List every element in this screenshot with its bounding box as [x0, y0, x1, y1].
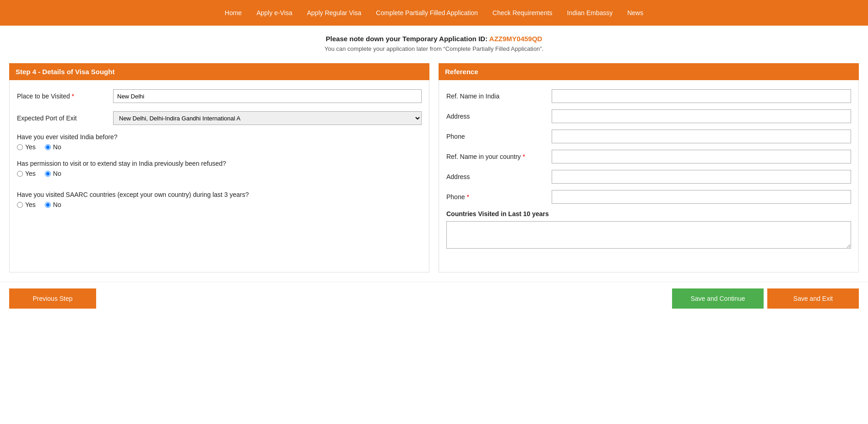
phone2-label: Phone * [446, 193, 547, 201]
countries-visited-textarea[interactable] [446, 221, 851, 249]
ref-name-country-label: Ref. Name in your country * [446, 153, 547, 160]
visited-india-question: Have you ever visited India before? [17, 133, 422, 141]
phone2-input[interactable] [552, 190, 851, 204]
nav-indian-embassy[interactable]: Indian Embassy [567, 9, 613, 16]
permission-yes-label[interactable]: Yes [17, 170, 36, 177]
nav-news[interactable]: News [627, 9, 643, 16]
right-section: Reference Ref. Name in India Address Pho… [439, 63, 859, 272]
address2-row: Address [446, 170, 851, 184]
countries-visited-label: Countries Visited in Last 10 years [446, 210, 851, 217]
place-to-visit-input[interactable] [113, 89, 422, 103]
address2-label: Address [446, 173, 547, 180]
expected-port-select[interactable]: New Delhi, Delhi-Indira Gandhi Internati… [113, 111, 422, 125]
right-buttons: Save and Continue Save and Exit [672, 288, 859, 309]
address1-input[interactable] [552, 109, 851, 123]
visited-india-yes-label[interactable]: Yes [17, 143, 36, 151]
permission-refused-row: Has permission to visit or to extend sta… [17, 160, 422, 177]
application-id: AZZ9MY0459QD [489, 35, 542, 43]
notice-subtitle: You can complete your application later … [5, 45, 863, 52]
expected-port-row: Expected Port of Exit New Delhi, Delhi-I… [17, 111, 422, 125]
visited-india-options: Yes No [17, 143, 422, 151]
notice-line1: Please note down your Temporary Applicat… [326, 35, 489, 43]
visited-india-yes-radio[interactable] [17, 144, 23, 150]
address1-label: Address [446, 113, 547, 120]
permission-yes-radio[interactable] [17, 171, 23, 177]
address2-input[interactable] [552, 170, 851, 184]
phone2-row: Phone * [446, 190, 851, 204]
main-nav: Home Apply e-Visa Apply Regular Visa Com… [0, 0, 868, 26]
save-continue-button[interactable]: Save and Continue [672, 288, 764, 309]
save-exit-button[interactable]: Save and Exit [767, 288, 859, 309]
permission-refused-options: Yes No [17, 170, 422, 177]
permission-refused-question: Has permission to visit or to extend sta… [17, 160, 422, 167]
visited-india-no-radio[interactable] [45, 144, 51, 150]
place-to-visit-label: Place to be Visited * [17, 92, 108, 100]
bottom-bar: Previous Step Save and Continue Save and… [0, 282, 868, 315]
ref-name-country-row: Ref. Name in your country * [446, 150, 851, 163]
main-content: Step 4 - Details of Visa Sought Place to… [0, 59, 868, 282]
nav-complete-partial[interactable]: Complete Partially Filled Application [376, 9, 478, 16]
ref-name-india-row: Ref. Name in India [446, 89, 851, 103]
visited-india-row: Have you ever visited India before? Yes … [17, 133, 422, 151]
nav-apply-regular[interactable]: Apply Regular Visa [307, 9, 361, 16]
permission-no-label[interactable]: No [45, 170, 61, 177]
saarc-yes-label[interactable]: Yes [17, 201, 36, 208]
left-section: Step 4 - Details of Visa Sought Place to… [9, 63, 429, 272]
saarc-no-label[interactable]: No [45, 201, 61, 208]
phone1-label: Phone [446, 133, 547, 140]
saarc-yes-radio[interactable] [17, 202, 23, 208]
saarc-question: Have you visited SAARC countries (except… [17, 191, 422, 198]
application-notice: Please note down your Temporary Applicat… [0, 26, 868, 59]
ref-name-india-input[interactable] [552, 89, 851, 103]
right-section-body: Ref. Name in India Address Phone Ref. Na… [439, 80, 859, 272]
address1-row: Address [446, 109, 851, 123]
phone1-row: Phone [446, 130, 851, 143]
countries-visited-section: Countries Visited in Last 10 years [446, 210, 851, 250]
ref-name-country-input[interactable] [552, 150, 851, 163]
nav-home[interactable]: Home [225, 9, 242, 16]
expected-port-label: Expected Port of Exit [17, 114, 108, 122]
saarc-options: Yes No [17, 201, 422, 208]
previous-step-button[interactable]: Previous Step [9, 288, 96, 309]
nav-check-requirements[interactable]: Check Requirements [493, 9, 553, 16]
right-section-header: Reference [439, 63, 859, 80]
left-section-header: Step 4 - Details of Visa Sought [9, 63, 429, 80]
saarc-no-radio[interactable] [45, 202, 51, 208]
nav-apply-evisa[interactable]: Apply e-Visa [256, 9, 292, 16]
permission-no-radio[interactable] [45, 171, 51, 177]
saarc-row: Have you visited SAARC countries (except… [17, 191, 422, 208]
left-section-body: Place to be Visited * Expected Port of E… [9, 80, 429, 272]
ref-name-india-label: Ref. Name in India [446, 92, 547, 100]
phone1-input[interactable] [552, 130, 851, 143]
place-to-visit-row: Place to be Visited * [17, 89, 422, 103]
visited-india-no-label[interactable]: No [45, 143, 61, 151]
